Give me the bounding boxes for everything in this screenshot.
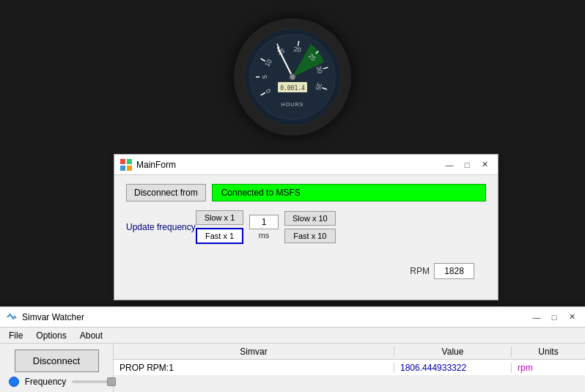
rpm-section: RPM 1828 <box>410 263 474 279</box>
mainform-titlebar: MainForm — □ ✕ <box>114 155 498 175</box>
simvar-close-button[interactable]: ✕ <box>564 311 579 324</box>
close-button[interactable]: ✕ <box>477 158 492 171</box>
slow-x10-button[interactable]: Slow x 10 <box>284 211 336 226</box>
cell-units-0: rpm <box>512 363 585 373</box>
simvar-disconnect-button[interactable]: Disconnect <box>15 350 99 372</box>
table-header: Simvar Value Units <box>114 344 585 360</box>
svg-rect-25 <box>127 166 132 171</box>
simvar-maximize-button[interactable]: □ <box>547 311 562 324</box>
freq-col1: Slow x 1 Fast x 1 <box>196 210 243 244</box>
mainform-app-icon <box>120 159 132 171</box>
update-frequency-label: Update frequency <box>126 222 196 232</box>
gauge-face: 0 5 10 15 20 25 30 35 0.001.4 HOURS <box>245 29 340 125</box>
svg-rect-22 <box>120 159 125 164</box>
column-value: Value <box>394 347 512 357</box>
menu-options[interactable]: Options <box>30 329 72 342</box>
titlebar-left: MainForm <box>120 159 176 171</box>
connection-status: Connected to MSFS <box>212 184 486 201</box>
fast-x10-button[interactable]: Fast x 10 <box>284 229 336 243</box>
mainform-window: MainForm — □ ✕ Disconnect from Connected… <box>114 154 498 300</box>
simvar-title: Simvar Watcher <box>22 312 84 322</box>
frequency-slider[interactable] <box>72 380 116 383</box>
frequency-indicator-dot <box>9 377 19 387</box>
frequency-label: Frequency <box>25 377 67 387</box>
ms-unit-label: ms <box>259 231 270 240</box>
simvar-titlebar: Simvar Watcher — □ ✕ <box>0 307 585 328</box>
cell-value-0: 1806.444933322 <box>394 363 512 373</box>
freq-value-col: ms <box>249 215 279 240</box>
simvar-minimize-button[interactable]: — <box>529 311 544 324</box>
column-simvar: Simvar <box>114 347 394 357</box>
freq-value-input[interactable] <box>249 215 279 229</box>
simvar-left-panel: Disconnect Frequency <box>0 344 114 392</box>
svg-text:5: 5 <box>261 75 268 78</box>
maximize-button[interactable]: □ <box>460 158 474 171</box>
titlebar-controls: — □ ✕ <box>442 158 492 171</box>
rpm-label: RPM <box>410 266 430 276</box>
simvar-body: Disconnect Frequency Simvar Value Units … <box>0 344 585 392</box>
simvar-titlebar-left: Simvar Watcher <box>6 311 84 323</box>
disconnect-from-button[interactable]: Disconnect from <box>126 184 206 201</box>
frequency-slider-handle[interactable] <box>107 377 116 386</box>
frequency-row: Update frequency Slow x 1 Fast x 1 ms Sl… <box>126 210 486 244</box>
gauge-instrument: 0 5 10 15 20 25 30 35 0.001.4 HOURS <box>234 18 351 136</box>
minimize-button[interactable]: — <box>442 158 457 171</box>
rpm-value: 1828 <box>434 263 474 279</box>
menu-file[interactable]: File <box>3 329 29 342</box>
simvar-menu-bar: File Options About <box>0 328 585 344</box>
svg-rect-23 <box>127 159 132 164</box>
connection-row: Disconnect from Connected to MSFS <box>126 184 486 201</box>
slow-x1-button[interactable]: Slow x 1 <box>196 210 243 225</box>
svg-text:20: 20 <box>293 45 302 54</box>
freq-col2: Slow x 10 Fast x 10 <box>284 211 336 243</box>
svg-text:HOURS: HOURS <box>282 102 303 107</box>
menu-about[interactable]: About <box>74 329 108 342</box>
simvar-watcher-window: Simvar Watcher — □ ✕ File Options About … <box>0 306 585 392</box>
mainform-title: MainForm <box>136 160 176 170</box>
cell-simvar-0: PROP RPM:1 <box>114 363 394 373</box>
simvar-titlebar-controls: — □ ✕ <box>529 311 579 324</box>
simvar-frequency-section: Frequency <box>9 377 117 387</box>
table-row: PROP RPM:1 1806.444933322 rpm <box>114 360 585 376</box>
svg-point-21 <box>290 74 295 80</box>
svg-text:0.001.4: 0.001.4 <box>280 85 305 92</box>
fast-x1-button[interactable]: Fast x 1 <box>196 228 243 244</box>
gauge-area: 0 5 10 15 20 25 30 35 0.001.4 HOURS <box>0 0 585 154</box>
mainform-content: Disconnect from Connected to MSFS Update… <box>114 175 498 253</box>
svg-rect-24 <box>120 166 125 171</box>
simvar-app-icon <box>6 311 18 323</box>
simvar-table: Simvar Value Units PROP RPM:1 1806.44493… <box>114 344 585 392</box>
column-units: Units <box>512 347 585 357</box>
